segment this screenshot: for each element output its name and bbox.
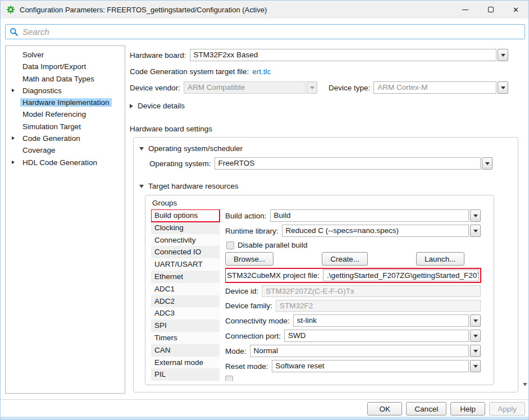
group-item-i2s[interactable]: I2S: [151, 381, 220, 381]
expand-arrow-icon[interactable]: [12, 89, 15, 92]
dropdown-arrow-icon[interactable]: [498, 81, 508, 94]
dropdown-arrow-icon[interactable]: [498, 49, 508, 61]
browse-button[interactable]: Browse...: [225, 252, 273, 266]
group-item-pil[interactable]: PIL: [151, 368, 220, 381]
cubemx-project-file-input[interactable]: .\gettingStarted_F207ZG\gettingStarted_F…: [323, 270, 479, 281]
disable-parallel-build-label: Disable parallel build: [238, 241, 308, 249]
group-item-timers[interactable]: Timers: [151, 332, 220, 344]
device-id-field: STM32F207Z(C-E-F-G)Tx: [262, 285, 481, 297]
group-item-ethernet[interactable]: Ethernet: [151, 271, 220, 283]
expand-arrow-icon[interactable]: [12, 161, 15, 164]
sidebar-item-label: Diagnostics: [20, 86, 64, 95]
settings-panel: Hardware board: STM32F2xx Based Code Gen…: [130, 45, 519, 395]
group-item-connectivity[interactable]: Connectivity: [151, 234, 220, 246]
group-item-clocking[interactable]: Clocking: [151, 222, 220, 234]
target-hw-resources-title: Target hardware resources: [148, 182, 239, 190]
launch-button[interactable]: Launch...: [416, 252, 464, 266]
sidebar-item-label: Hardware Implementation: [20, 98, 112, 107]
sidebar-item-hardware-implementation[interactable]: Hardware Implementation: [6, 97, 125, 108]
group-item-build-options[interactable]: Build options: [151, 209, 220, 222]
sidebar-item-solver[interactable]: Solver: [6, 49, 125, 61]
connection-port-label: Connection port:: [225, 332, 281, 340]
sidebar-item-label: Data Import/Export: [20, 62, 88, 71]
group-item-adc2[interactable]: ADC2: [151, 295, 220, 308]
sidebar-item-code-generation[interactable]: Code Generation: [6, 133, 125, 144]
sidebar-item-label: Simulation Target: [20, 122, 83, 131]
group-item-spi[interactable]: SPI: [151, 319, 220, 332]
scroll-down-arrow-icon[interactable]: [521, 380, 529, 389]
group-item-uart-usart[interactable]: UART/USART: [151, 258, 220, 271]
expand-arrow-icon[interactable]: [12, 136, 15, 140]
device-type-select[interactable]: ARM Cortex-M: [373, 81, 508, 94]
mode-select[interactable]: Normal: [250, 345, 481, 357]
help-button[interactable]: Help: [450, 402, 485, 416]
dropdown-arrow-icon[interactable]: [470, 360, 481, 372]
group-item-adc1[interactable]: ADC1: [151, 283, 220, 295]
group-item-connected-io[interactable]: Connected IO: [151, 246, 220, 258]
dropdown-arrow-icon[interactable]: [470, 345, 481, 357]
target-file-link[interactable]: ert.tlc: [252, 67, 271, 76]
target-file-label: Code Generation system target file:: [130, 67, 249, 76]
device-vendor-label: Device vendor:: [130, 84, 180, 92]
connection-port-select[interactable]: SWD: [284, 330, 481, 342]
dropdown-arrow-icon[interactable]: [470, 330, 481, 342]
target-hw-resources-toggle[interactable]: Target hardware resources: [139, 182, 512, 190]
close-button[interactable]: ✕: [503, 1, 528, 19]
maximize-button[interactable]: [478, 1, 503, 19]
group-item-adc3[interactable]: ADC3: [151, 307, 220, 319]
dropdown-arrow-icon[interactable]: [470, 314, 481, 327]
group-item-can[interactable]: CAN: [151, 344, 220, 357]
runtime-library-label: Runtime library:: [225, 227, 279, 235]
dropdown-arrow-icon[interactable]: [482, 157, 492, 170]
sidebar-item-model-referencing[interactable]: Model Referencing: [6, 108, 125, 120]
sidebar-item-simulation-target[interactable]: Simulation Target: [6, 121, 125, 133]
group-item-external-mode[interactable]: External mode: [151, 357, 220, 369]
device-type-label: Device type:: [329, 84, 370, 92]
hardware-board-value: STM32F2xx Based: [190, 49, 496, 61]
sidebar-item-label: Math and Data Types: [20, 75, 97, 83]
vertical-scrollbar[interactable]: [521, 45, 529, 395]
reset-mode-select[interactable]: Software reset: [272, 360, 481, 372]
sidebar-item-coverage[interactable]: Coverage: [6, 144, 125, 156]
disable-parallel-build-checkbox[interactable]: Disable parallel build: [226, 241, 481, 249]
target-hw-resources-box: Groups Build optionsClockingConnectivity…: [145, 195, 494, 385]
sidebar-item-hdl-code-generation[interactable]: HDL Code Generation: [6, 157, 125, 168]
cancel-button[interactable]: Cancel: [406, 402, 446, 416]
sidebar-item-label: Model Referencing: [20, 110, 88, 118]
operating-system-select[interactable]: FreeRTOS: [215, 157, 492, 170]
build-action-select[interactable]: Build: [270, 209, 481, 222]
maximize-icon: [488, 7, 494, 12]
device-vendor-value: ARM Compatible: [184, 81, 305, 94]
dropdown-arrow-icon[interactable]: [470, 209, 481, 222]
os-scheduler-toggle[interactable]: Operating system/scheduler: [139, 144, 512, 153]
window-bottom-edge: [1, 417, 529, 419]
group-params: Build action: Build Runtime library: Red…: [225, 209, 488, 381]
create-button[interactable]: Create...: [322, 252, 368, 266]
reset-mode-label: Reset mode:: [225, 362, 268, 371]
dropdown-arrow-icon[interactable]: [470, 225, 481, 237]
app-icon: [6, 5, 15, 14]
checkbox-icon: [225, 376, 233, 381]
sidebar-item-diagnostics[interactable]: Diagnostics: [6, 85, 125, 97]
build-action-label: Build action:: [225, 212, 267, 220]
expanded-arrow-icon: [139, 185, 144, 188]
expanded-arrow-icon: [139, 147, 144, 150]
os-scheduler-title: Operating system/scheduler: [148, 144, 243, 153]
device-details-toggle[interactable]: Device details: [130, 102, 519, 110]
window-title: Configuration Parameters: FREERTOS_getti…: [20, 6, 267, 14]
sidebar-item-math-and-data-types[interactable]: Math and Data Types: [6, 73, 125, 85]
connectivity-mode-select[interactable]: st-link: [293, 314, 481, 327]
search-input[interactable]: Search: [5, 24, 525, 39]
sidebar-item-data-import-export[interactable]: Data Import/Export: [6, 61, 125, 72]
ok-button[interactable]: OK: [367, 402, 402, 416]
minimize-button[interactable]: [453, 1, 478, 19]
hardware-board-settings-box: Operating system/scheduler Operating sys…: [133, 137, 518, 392]
hardware-board-select[interactable]: STM32F2xx Based: [190, 49, 508, 61]
dialog-footer: OK Cancel Help Apply: [1, 399, 529, 418]
operating-system-value: FreeRTOS: [215, 157, 481, 170]
window-controls: ✕: [453, 1, 528, 19]
connectivity-mode-value: st-link: [293, 314, 469, 327]
sidebar-item-label: Coverage: [20, 146, 58, 154]
collapsed-arrow-icon: [130, 104, 133, 108]
runtime-library-select[interactable]: Reduced C (--specs=nano.specs): [282, 225, 481, 237]
